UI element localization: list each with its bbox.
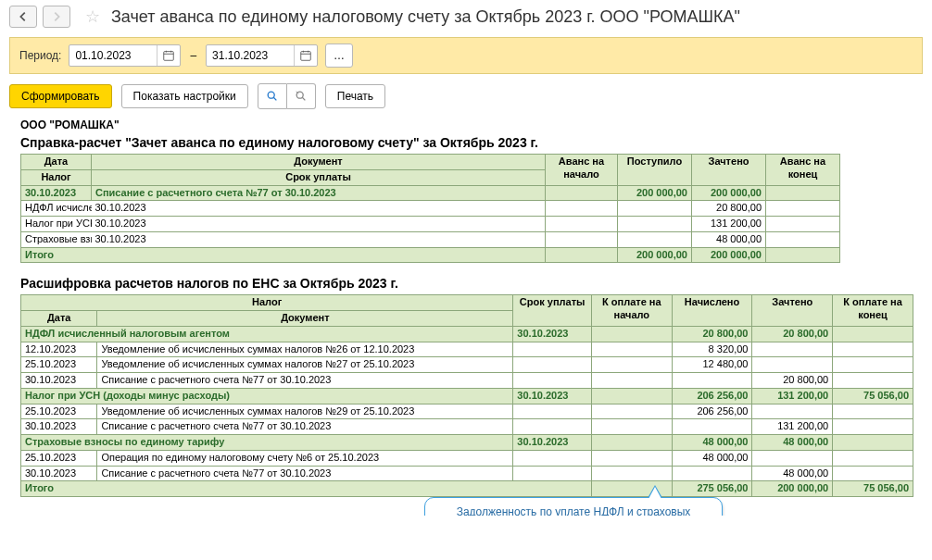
report-area: ООО "РОМАШКА" Справка-расчет "Зачет аван… [0, 118, 932, 516]
t2-row[interactable]: 12.10.2023 Уведомление об исчисленных су… [21, 342, 913, 357]
t2-row[interactable]: 30.10.2023 Списание с расчетного счета №… [21, 466, 913, 481]
expand-icon [295, 90, 308, 103]
t2-row[interactable]: 25.10.2023 Уведомление об исчисленных су… [21, 404, 913, 419]
date-from-input[interactable] [69, 46, 157, 65]
period-dash: – [188, 49, 198, 62]
th2-date: Дата [21, 311, 97, 327]
t1-row[interactable]: Налог при УСН (доходы минус расходы) 30.… [21, 217, 914, 232]
org-name: ООО "РОМАШКА" [20, 118, 923, 133]
svg-rect-4 [301, 52, 311, 61]
t2-group-row[interactable]: НДФЛ исчисленный налоговым агентом 30.10… [21, 326, 913, 342]
report-title-1: Справка-расчет "Зачет аванса по единому … [20, 133, 923, 154]
th-in: Поступило [618, 155, 692, 186]
th2-accr: Начислено [672, 295, 752, 327]
th-date: Дата [21, 155, 92, 170]
t2-row[interactable]: 25.10.2023 Уведомление об исчисленных су… [21, 357, 913, 373]
t2-row[interactable]: 30.10.2023 Списание с расчетного счета №… [21, 373, 913, 389]
t1-group-row[interactable]: 30.10.2023 Списание с расчетного счета №… [21, 185, 914, 201]
search-icon [266, 90, 279, 103]
t2-group-row[interactable]: Страховые взносы по единому тарифу 30.10… [21, 435, 913, 451]
th2-payend: К оплате на конец [833, 295, 913, 327]
th-tax: Налог [21, 169, 92, 185]
th-credited: Зачтено [692, 155, 766, 186]
nav-forward-button[interactable] [43, 6, 70, 28]
calendar-icon [299, 49, 312, 62]
nav-back-button[interactable] [9, 6, 37, 28]
t1-total-row: Итого 200 000,00 200 000,00 [21, 247, 914, 263]
arrow-left-icon [17, 10, 30, 23]
date-from-calendar-button[interactable] [157, 45, 180, 66]
period-label: Период: [19, 49, 61, 62]
th2-doc: Документ [97, 311, 513, 327]
favorite-star-icon[interactable]: ☆ [85, 6, 100, 27]
th2-tax: Налог [21, 295, 513, 311]
find-button[interactable] [258, 83, 287, 109]
period-bar: Период: – … [9, 37, 923, 74]
th2-credited: Зачтено [752, 295, 833, 327]
callout-text: Задолженность по уплате НДФЛ и страховых… [439, 505, 708, 516]
t2-total-row: Итого 275 056,00 200 000,00 75 056,00 [21, 481, 913, 497]
t2-row[interactable]: 25.10.2023 Операция по единому налоговом… [21, 450, 913, 466]
show-settings-button[interactable]: Показать настройки [121, 84, 248, 108]
th2-paystart: К оплате на начало [591, 295, 672, 327]
th-end: Аванс на конец [766, 155, 840, 186]
print-button[interactable]: Печать [325, 84, 385, 108]
t1-row[interactable]: Страховые взносы по единому тарифу 30.10… [21, 231, 914, 247]
arrow-right-icon [50, 10, 63, 23]
svg-rect-0 [164, 52, 174, 61]
expand-collapse-button[interactable] [287, 83, 316, 109]
t2-group-row[interactable]: Налог при УСН (доходы минус расходы) 30.… [21, 388, 913, 404]
t1-row[interactable]: НДФЛ исчисленный налоговым агентом 30.10… [21, 201, 914, 217]
page-title: Зачет аванса по единому налоговому счету… [111, 7, 740, 27]
info-callout: Задолженность по уплате НДФЛ и страховых… [424, 497, 723, 516]
t2-row[interactable]: 30.10.2023 Списание с расчетного счета №… [21, 419, 913, 435]
date-to-calendar-button[interactable] [294, 45, 317, 66]
th-start: Аванс на начало [546, 155, 618, 186]
table-advance: Дата Документ Аванс на начало Поступило … [20, 154, 914, 263]
period-select-button[interactable]: … [325, 44, 353, 68]
th-doc: Документ [92, 155, 546, 170]
date-to-box [206, 44, 318, 67]
calendar-icon [162, 49, 175, 62]
generate-button[interactable]: Сформировать [9, 84, 112, 108]
date-from-box [69, 44, 181, 67]
th2-due: Срок уплаты [513, 295, 592, 327]
svg-line-9 [273, 97, 276, 100]
svg-line-11 [302, 97, 305, 100]
report-title-2: Расшифровка расчетов налогов по ЕНС за О… [20, 263, 923, 294]
svg-point-8 [268, 92, 274, 98]
date-to-input[interactable] [207, 46, 294, 65]
table-taxes: Налог Срок уплаты К оплате на начало Нач… [20, 294, 913, 497]
th-due: Срок уплаты [92, 169, 546, 185]
